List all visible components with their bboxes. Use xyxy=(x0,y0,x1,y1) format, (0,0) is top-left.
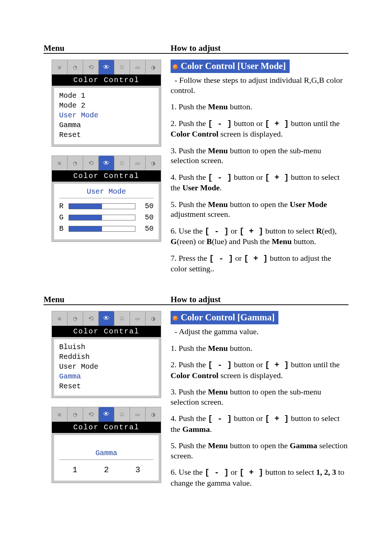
osd-title: Color Control xyxy=(52,74,161,86)
osd-title: Color Contral xyxy=(52,326,161,337)
osd-menu-item: Mode 2 xyxy=(59,101,154,110)
section-title-text: Color Control [User Mode] xyxy=(181,61,286,71)
osd-menu-item: Mode 1 xyxy=(59,91,154,101)
osd-icon-row: ✲ ◔ ⟲ 👁 ☺ ▭ ◑ xyxy=(52,156,161,170)
menu-column: ✲ ◔ ⟲ 👁 ☺ ▭ ◑ Color Control Mode 1Mode 2… xyxy=(44,60,171,280)
osd-icon-row: ✲ ◔ ⟲ 👁 ☺ ▭ ◑ xyxy=(52,311,161,326)
gamma-option: 3 xyxy=(135,465,140,476)
osd-icon: ✲ xyxy=(52,156,68,170)
osd-icon: ◔ xyxy=(68,156,83,170)
instruction-step: 6. Use the [ - ] or [ + ] button to sele… xyxy=(171,467,348,488)
osd-icon: ⟲ xyxy=(83,407,99,422)
osd-icon: ✲ xyxy=(52,311,68,326)
rgb-bar xyxy=(69,203,135,209)
instruction-step: 2. Push the [ - ] button or [ + ] button… xyxy=(171,118,348,139)
section-title-text: Color Control [Gamma] xyxy=(181,312,275,322)
osd-menu-item: Reset xyxy=(59,130,154,140)
bullet-icon xyxy=(173,64,178,69)
osd-title: Color Contral xyxy=(52,170,161,182)
menu-column: ✲ ◔ ⟲ 👁 ☺ ▭ ◑ Color Contral BluishReddis… xyxy=(44,311,171,494)
osd-menu-item: User Mode xyxy=(59,362,154,372)
osd-menu-item: Bluish xyxy=(59,342,154,352)
osd-icon: ◑ xyxy=(146,407,161,422)
rgb-slider-row: G50 xyxy=(59,212,154,222)
rgb-label: G xyxy=(59,212,69,222)
rgb-label: B xyxy=(59,224,69,234)
osd-icon: ⟲ xyxy=(83,60,99,74)
section-user-mode: Menu How to adjust ✲ ◔ ⟲ 👁 ☺ ▭ ◑ Color C… xyxy=(44,44,348,280)
osd-icon: ⟲ xyxy=(83,156,99,170)
instruction-step: 3. Push the Menu button to open the sub-… xyxy=(171,146,348,166)
intro-text: - Follow these steps to adjust individua… xyxy=(171,75,348,95)
column-headers: Menu How to adjust xyxy=(44,44,348,54)
header-menu: Menu xyxy=(44,295,171,304)
osd-icon: ◑ xyxy=(146,311,161,326)
osd-screenshot-gamma-select: ✲ ◔ ⟲ 👁 ☺ ▭ ◑ Color Contral Gamma 123 xyxy=(52,407,161,483)
instruction-step: 5. Push the Menu button to open the Gamm… xyxy=(171,441,348,461)
osd-icon: ☺ xyxy=(114,156,130,170)
osd-icon: ✲ xyxy=(52,407,68,422)
osd-icon: ◔ xyxy=(68,407,83,422)
osd-icon: ⟲ xyxy=(83,311,99,326)
osd-screenshot-user-mode: ✲ ◔ ⟲ 👁 ☺ ▭ ◑ Color Contral User Mode R5… xyxy=(52,155,161,242)
header-how-to-adjust: How to adjust xyxy=(171,295,348,304)
header-menu: Menu xyxy=(44,44,171,53)
rgb-slider-row: R50 xyxy=(59,201,154,211)
rgb-label: R xyxy=(59,201,69,211)
osd-icon: ◔ xyxy=(68,311,83,326)
instructions-column: Color Control [Gamma] - Adjust the gamma… xyxy=(171,311,348,494)
osd-icon-selected: 👁 xyxy=(99,156,114,170)
osd-icon: ▭ xyxy=(130,60,146,74)
rgb-bar xyxy=(69,226,135,232)
osd-icon-row: ✲ ◔ ⟲ 👁 ☺ ▭ ◑ xyxy=(52,60,161,74)
osd-icon-selected: 👁 xyxy=(99,60,114,74)
instruction-step: 5. Push the Menu button to open the User… xyxy=(171,199,348,219)
section-title: Color Control [User Mode] xyxy=(171,60,290,73)
instruction-step: 1. Push the Menu button. xyxy=(171,343,348,353)
osd-icon: ◔ xyxy=(68,60,83,74)
document-page: Menu How to adjust ✲ ◔ ⟲ 👁 ☺ ▭ ◑ Color C… xyxy=(0,0,392,531)
osd-icon: ▭ xyxy=(130,156,146,170)
osd-icon-row: ✲ ◔ ⟲ 👁 ☺ ▭ ◑ xyxy=(52,407,161,422)
osd-icon: ☺ xyxy=(114,407,130,422)
osd-icon: ◑ xyxy=(146,156,161,170)
instructions-column: Color Control [User Mode] - Follow these… xyxy=(171,60,348,280)
osd-menu-item: Reset xyxy=(59,381,154,391)
column-headers: Menu How to adjust xyxy=(44,295,348,305)
osd-screenshot-color-control: ✲ ◔ ⟲ 👁 ☺ ▭ ◑ Color Control Mode 1Mode 2… xyxy=(52,60,161,147)
rgb-value: 50 xyxy=(139,224,154,234)
intro-text: - Adjust the gamma value. xyxy=(171,327,348,337)
osd-icon-selected: 👁 xyxy=(99,407,114,422)
osd-menu-item: User Mode xyxy=(59,110,154,120)
rgb-value: 50 xyxy=(139,212,154,222)
osd-icon: ✲ xyxy=(52,60,68,74)
gamma-option: 1 xyxy=(73,465,77,476)
osd-menu-item: Reddish xyxy=(59,352,154,362)
osd-menu-item: Gamma xyxy=(59,372,154,381)
instruction-step: 6. Use the [ - ] or [ + ] button to sele… xyxy=(171,226,348,247)
instruction-step: 3. Push the Menu button to open the sub-… xyxy=(171,387,348,407)
section-gamma: Menu How to adjust ✲ ◔ ⟲ 👁 ☺ ▭ ◑ Color C… xyxy=(44,295,348,494)
osd-icon: ☺ xyxy=(114,60,130,74)
osd-icon: ▭ xyxy=(130,407,146,422)
rgb-bar xyxy=(69,215,135,220)
osd-screenshot-color-control-gamma: ✲ ◔ ⟲ 👁 ☺ ▭ ◑ Color Contral BluishReddis… xyxy=(52,311,161,398)
osd-icon: ☺ xyxy=(114,311,130,326)
osd-subtitle: User Mode xyxy=(59,187,154,198)
osd-icon-selected: 👁 xyxy=(99,311,114,326)
rgb-value: 50 xyxy=(139,201,154,211)
osd-subtitle: Gamma xyxy=(59,448,154,460)
section-title: Color Control [Gamma] xyxy=(171,311,278,324)
osd-icon: ◑ xyxy=(146,60,161,74)
header-how-to-adjust: How to adjust xyxy=(171,44,348,53)
osd-menu-item: Gamma xyxy=(59,120,154,130)
osd-icon: ▭ xyxy=(130,311,146,326)
gamma-option: 2 xyxy=(104,465,109,476)
instruction-step: 4. Push the [ - ] button or [ + ] button… xyxy=(171,172,348,193)
instruction-step: 4. Push the [ - ] button or [ + ] button… xyxy=(171,413,348,434)
instruction-step: 1. Push the Menu button. xyxy=(171,102,348,112)
bullet-icon xyxy=(173,316,178,321)
instruction-step: 7. Press the [ - ] or [ + ] button to ad… xyxy=(171,253,348,274)
osd-title: Color Contral xyxy=(52,422,161,433)
rgb-slider-row: B50 xyxy=(59,224,154,234)
